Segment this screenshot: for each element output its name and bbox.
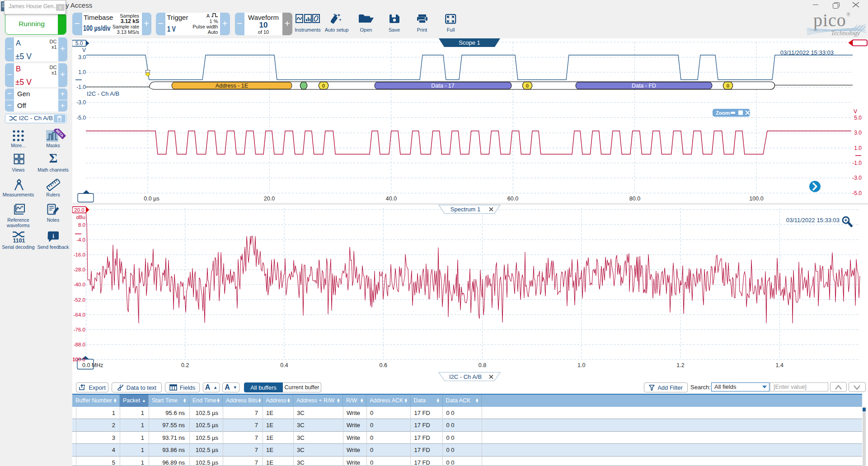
svg-text:Data - FD: Data - FD [632, 83, 656, 89]
svg-text:3.0: 3.0 [854, 130, 862, 136]
svg-text:-3.0: -3.0 [76, 99, 86, 106]
svg-text:60.0: 60.0 [507, 196, 518, 202]
svg-text:Spectrum 1: Spectrum 1 [450, 206, 480, 213]
svg-text:-3.0: -3.0 [852, 175, 862, 181]
svg-text:-16.0: -16.0 [74, 252, 85, 257]
svg-text:-1.0: -1.0 [76, 84, 86, 90]
svg-text:40.0: 40.0 [386, 196, 397, 202]
svg-text:i: i [52, 233, 54, 239]
svg-text:1.0: 1.0 [78, 69, 86, 75]
svg-text:100.0: 100.0 [749, 196, 763, 202]
svg-text:0.2: 0.2 [181, 362, 189, 368]
svg-text:I2C - Ch A/B: I2C - Ch A/B [449, 373, 482, 380]
svg-text:1.4: 1.4 [776, 362, 784, 368]
svg-text:Data - 17: Data - 17 [431, 83, 454, 89]
svg-text:dBu: dBu [76, 214, 85, 220]
svg-text:-5.0: -5.0 [76, 115, 86, 121]
svg-text:Address - 1E: Address - 1E [216, 83, 248, 89]
svg-text:80.0: 80.0 [629, 196, 640, 202]
svg-text:-1.0: -1.0 [852, 160, 862, 166]
svg-text:3.0: 3.0 [78, 54, 86, 61]
svg-text:V: V [82, 47, 86, 53]
svg-text:-52.0: -52.0 [74, 297, 85, 303]
svg-text:I2C - Ch A/B: I2C - Ch A/B [87, 90, 119, 97]
svg-text:0: 0 [526, 83, 529, 89]
svg-text:-100.0: -100.0 [72, 357, 85, 362]
svg-text:0.0 µs: 0.0 µs [144, 196, 159, 202]
svg-text:-88.0: -88.0 [74, 342, 85, 347]
svg-text:Scope 1: Scope 1 [459, 39, 480, 46]
svg-text:-4.0: -4.0 [76, 237, 85, 242]
svg-text:-5.0: -5.0 [852, 190, 862, 196]
svg-text:1101: 1101 [13, 238, 25, 243]
svg-text:-28.0: -28.0 [74, 267, 85, 272]
svg-text:-76.0: -76.0 [74, 327, 85, 332]
svg-text:0.4: 0.4 [280, 362, 288, 368]
svg-text:03/11/2022 15:33:03: 03/11/2022 15:33:03 [780, 49, 834, 56]
svg-text:V: V [854, 108, 857, 115]
svg-text:1.0: 1.0 [577, 362, 585, 368]
svg-text:20.0: 20.0 [264, 196, 275, 202]
svg-text:0: 0 [322, 83, 325, 89]
svg-text:0.8: 0.8 [479, 362, 486, 368]
svg-text:1.0: 1.0 [854, 145, 862, 151]
svg-text:5.0: 5.0 [854, 115, 862, 121]
svg-text:0.6: 0.6 [380, 362, 387, 368]
svg-text:0: 0 [727, 83, 729, 89]
svg-text:03/11/2022 15:33:03: 03/11/2022 15:33:03 [786, 217, 840, 224]
svg-text:8.0: 8.0 [78, 222, 85, 228]
svg-text:-64.0: -64.0 [74, 312, 85, 317]
svg-text:0.0 MHz: 0.0 MHz [82, 362, 103, 368]
svg-text:20.0: 20.0 [74, 207, 84, 213]
svg-text:-40.0: -40.0 [74, 282, 85, 287]
svg-text:5.0: 5.0 [75, 40, 83, 47]
svg-text:1.2: 1.2 [676, 362, 684, 368]
svg-text:Zoom: Zoom [716, 110, 730, 116]
